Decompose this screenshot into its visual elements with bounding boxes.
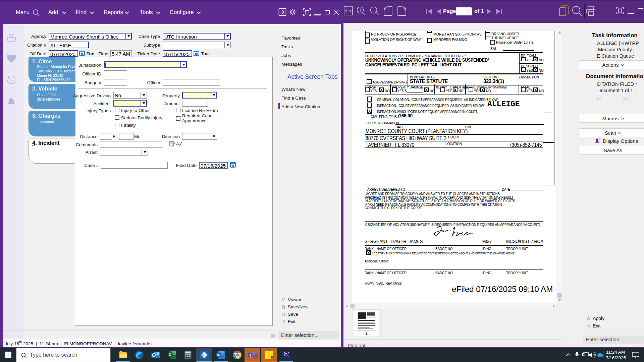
svg-text:X: X [169,353,171,357]
svg-text:1: 1 [254,355,256,359]
svg-text:G: G [284,352,288,357]
svg-text:W: W [217,353,221,357]
svg-text:A: A [176,141,179,146]
svg-text:T: T [249,354,251,357]
